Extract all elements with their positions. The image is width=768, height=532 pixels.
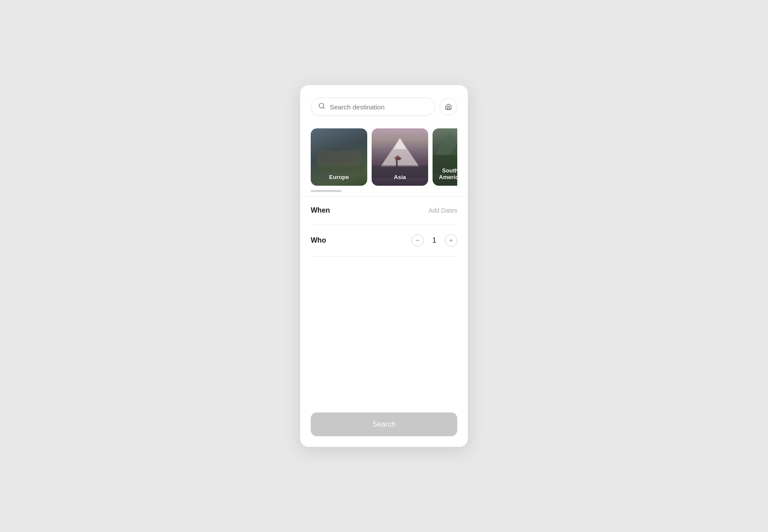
who-label: Who	[311, 236, 326, 244]
asia-label: Asia	[372, 174, 428, 180]
home-button[interactable]	[440, 98, 457, 116]
who-row: Who 1	[311, 225, 457, 257]
svg-line-1	[323, 107, 324, 109]
decrement-button[interactable]	[411, 234, 424, 247]
destination-card-europe[interactable]: Europe	[311, 128, 367, 186]
south-america-label: SouthAmerica	[433, 167, 457, 180]
search-button[interactable]: Search	[311, 412, 457, 436]
svg-rect-8	[396, 160, 398, 167]
increment-button[interactable]	[445, 234, 457, 247]
scroll-indicator	[311, 190, 342, 192]
search-input[interactable]	[330, 103, 428, 111]
destination-card-south-america[interactable]: SouthAmerica	[433, 128, 457, 186]
search-icon	[318, 102, 325, 111]
scroll-indicator-wrap	[300, 186, 468, 192]
phone-card: Europe Asia	[300, 85, 468, 447]
when-row[interactable]: When Add Dates	[311, 197, 457, 225]
asia-art-icon	[372, 133, 428, 179]
search-bar-section	[300, 85, 468, 123]
destination-card-asia[interactable]: Asia	[372, 128, 428, 186]
destinations-section: Europe Asia	[300, 123, 468, 186]
svg-rect-4	[315, 166, 363, 172]
europe-art-icon	[315, 136, 363, 174]
add-dates-button[interactable]: Add Dates	[429, 207, 457, 214]
europe-label: Europe	[311, 174, 367, 180]
guest-stepper: 1	[411, 234, 457, 247]
when-label: When	[311, 206, 330, 214]
bottom-panel: When Add Dates Who 1	[300, 196, 468, 447]
guest-count: 1	[431, 236, 438, 244]
destinations-row: Europe Asia	[311, 128, 457, 186]
svg-marker-6	[394, 138, 406, 149]
svg-rect-10	[395, 158, 401, 159]
search-bar[interactable]	[311, 97, 435, 116]
